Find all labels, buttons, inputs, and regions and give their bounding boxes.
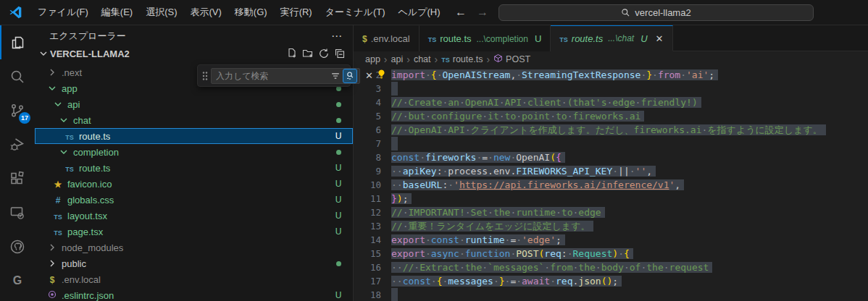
tab-untracked-badge: U	[640, 33, 647, 44]
tree-item-api[interactable]: api	[35, 96, 353, 112]
breadcrumb-item-route.ts[interactable]: TSroute.ts	[441, 54, 483, 64]
tab-.env.local[interactable]: $.env.local	[354, 25, 420, 51]
activity-item-extensions[interactable]	[0, 161, 35, 195]
activity-item-gitlens[interactable]: G	[0, 263, 35, 297]
ts-icon: TS	[52, 226, 64, 237]
tree-item-completion[interactable]: completion	[35, 144, 353, 160]
code-line: 7	[354, 137, 868, 150]
explorer-more-actions-icon[interactable]: ⋯	[331, 30, 343, 43]
tab-label: route.ts	[440, 33, 471, 44]
tree-item-label: layout.tsx	[67, 211, 107, 221]
menu-item-6[interactable]: ターミナル(T)	[319, 4, 392, 21]
close-icon[interactable]: ✕	[365, 70, 373, 81]
activity-item-run-debug[interactable]	[0, 127, 35, 161]
ts-icon: TS	[52, 211, 64, 221]
activity-item-search[interactable]	[0, 59, 35, 93]
gitlens-icon: G	[9, 272, 26, 289]
tree-item-node-modules[interactable]: node_modules	[35, 239, 353, 255]
tab-bar: $.env.localTSroute.ts...\completionUTSro…	[354, 25, 868, 51]
tree-item-layout.tsx[interactable]: TSlayout.tsxU	[35, 208, 353, 224]
tree-item-label: completion	[73, 147, 119, 158]
nav-back-icon[interactable]: ←	[455, 6, 467, 19]
search-icon	[621, 8, 630, 17]
tree-find-input[interactable]	[216, 71, 328, 81]
line-content: ··apiKey:·process.env.FIREWORKS_API_KEY·…	[381, 164, 656, 178]
line-content: });	[381, 192, 412, 205]
tree-item-.env.local[interactable]: $.env.local	[35, 271, 353, 287]
line-number: 11	[354, 192, 381, 205]
breadcrumb-label: app	[365, 54, 380, 64]
refresh-icon[interactable]	[318, 48, 330, 59]
breadcrumb-label: POST	[506, 54, 530, 64]
chevron-down-icon	[52, 98, 64, 110]
section-header-vercel-llama2[interactable]: VERCEL-LLAMA2	[35, 46, 353, 62]
breadcrumb-item-api[interactable]: api	[391, 54, 404, 64]
ts-icon: TS	[441, 54, 450, 64]
line-number: 16	[354, 260, 381, 274]
tree-item-favicon.ico[interactable]: ★favicon.icoU	[35, 176, 353, 192]
code-line: 11});	[354, 192, 868, 205]
menu-item-7[interactable]: ヘルプ(H)	[392, 4, 447, 21]
code-editor[interactable]: 2import·{·OpenAIStream,·StreamingTextRes…	[354, 67, 868, 301]
collapse-all-icon[interactable]	[334, 48, 346, 59]
breadcrumb-item-app[interactable]: app	[365, 54, 380, 64]
git-modified-dot	[333, 147, 344, 157]
tree-item-public[interactable]: public	[35, 255, 353, 271]
breadcrumb-item-chat[interactable]: chat	[414, 54, 431, 64]
line-content: //·IMPORTANT!·Set·the·runtime·to·edge	[381, 205, 605, 219]
ts-icon: TS	[559, 33, 568, 44]
tree-item-label: .env.local	[62, 274, 101, 285]
tab-description: ...\completion	[477, 34, 528, 44]
chevron-down-icon	[37, 48, 50, 59]
explorer-title: エクスプローラー	[49, 30, 126, 43]
run-debug-icon	[9, 136, 26, 153]
line-content	[381, 82, 398, 96]
method-icon	[493, 54, 503, 65]
tree-item-chat[interactable]: chat	[35, 112, 353, 128]
editor-group: $.env.localTSroute.ts...\completionUTSro…	[354, 25, 868, 301]
breadcrumb-item-POST[interactable]: POST	[493, 54, 530, 65]
tab-route.ts[interactable]: TSroute.ts...\completionU	[420, 25, 551, 51]
activity-item-remote-explorer[interactable]	[0, 195, 35, 229]
activity-item-source-control[interactable]: 17	[0, 93, 35, 127]
nav-forward-icon[interactable]: →	[477, 6, 488, 19]
activity-item-github[interactable]	[0, 229, 35, 263]
menu-item-1[interactable]: 編集(E)	[95, 4, 139, 21]
chevron-down-icon	[58, 114, 70, 126]
git-untracked-badge: U	[333, 290, 344, 300]
lightbulb-icon[interactable]	[376, 69, 387, 80]
new-folder-icon[interactable]	[302, 48, 314, 59]
line-number: 14	[354, 233, 381, 247]
breadcrumb-separator-icon: ›	[435, 54, 438, 65]
line-number: 9	[354, 164, 381, 178]
command-center-search[interactable]: vercel-llama2	[498, 4, 814, 21]
new-file-icon[interactable]	[286, 48, 298, 59]
menu-item-2[interactable]: 選択(S)	[139, 4, 183, 21]
menu-item-3[interactable]: 表示(V)	[184, 4, 228, 21]
tree-item-globals.css[interactable]: #globals.cssU	[35, 192, 353, 208]
line-number: 13	[354, 219, 381, 233]
drag-handle-icon[interactable]	[201, 71, 209, 81]
tree-item-page.tsx[interactable]: TSpage.tsxU	[35, 224, 353, 239]
line-number: 15	[354, 247, 381, 260]
git-modified-dot	[333, 258, 344, 268]
line-number: 12	[354, 205, 381, 219]
svg-text:G: G	[13, 274, 22, 287]
tree-item-route.ts[interactable]: TSroute.tsU	[35, 128, 353, 144]
line-content: const·fireworks·=·new·OpenAI({	[381, 150, 565, 164]
breadcrumb-separator-icon: ›	[406, 54, 410, 65]
menu-item-5[interactable]: 実行(R)	[274, 4, 319, 21]
menu-item-0[interactable]: ファイル(F)	[31, 4, 95, 21]
tree-item-route.ts[interactable]: TSroute.tsU	[35, 160, 353, 176]
fuzzy-search-toggle[interactable]	[343, 69, 357, 83]
close-icon[interactable]: ✕	[656, 33, 664, 44]
menu-item-4[interactable]: 移動(G)	[228, 4, 274, 21]
git-untracked-badge: U	[333, 211, 344, 221]
filter-icon[interactable]	[330, 71, 341, 81]
tree-item-label: globals.css	[67, 195, 114, 205]
activity-item-explorer[interactable]	[0, 25, 35, 59]
tree-item-label: page.tsx	[67, 226, 103, 237]
tree-item-label: route.ts	[79, 163, 110, 174]
tree-item-.eslintrc.json[interactable]: .eslintrc.jsonU	[35, 287, 353, 301]
tab-route.ts[interactable]: TSroute.ts...\chatU✕	[551, 25, 672, 51]
